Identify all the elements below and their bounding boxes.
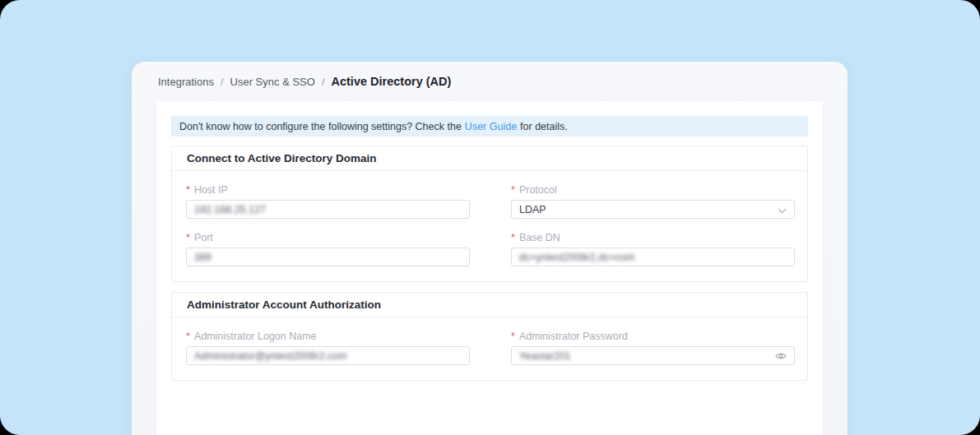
required-asterisk: * bbox=[511, 184, 515, 197]
screen-background: Integrations / User Sync & SSO / Active … bbox=[0, 0, 980, 435]
fields-grid: * Administrator Logon Name Administrator… bbox=[172, 317, 807, 380]
field-label-text: Port bbox=[194, 232, 213, 244]
admin-password-value: Yeastar201 bbox=[519, 350, 770, 362]
field-base-dn: * Base DN dc=yntest2008r2,dc=com bbox=[511, 232, 795, 266]
protocol-selected-value: LDAP bbox=[519, 204, 773, 215]
field-host-ip: * Host IP 192.168.25.127 bbox=[186, 184, 470, 219]
base-dn-input[interactable]: dc=yntest2008r2,dc=com bbox=[511, 248, 795, 266]
breadcrumb: Integrations / User Sync & SSO / Active … bbox=[158, 72, 451, 90]
field-label: * Administrator Logon Name bbox=[186, 331, 470, 343]
field-label-text: Protocol bbox=[519, 184, 557, 197]
field-label-text: Administrator Logon Name bbox=[194, 331, 317, 343]
chevron-down-icon bbox=[778, 202, 787, 217]
field-label: * Protocol bbox=[511, 184, 795, 197]
content-card: Integrations / User Sync & SSO / Active … bbox=[132, 62, 848, 435]
admin-logon-name-input[interactable]: Administrator@yntest2008r2.com bbox=[186, 346, 470, 365]
section-title: Connect to Active Directory Domain bbox=[172, 146, 807, 171]
admin-password-input[interactable]: Yeastar201 bbox=[511, 346, 795, 365]
breadcrumb-separator: / bbox=[322, 76, 325, 88]
field-protocol: * Protocol LDAP bbox=[511, 184, 795, 219]
info-banner-text: Don't know how to configure the followin… bbox=[179, 121, 462, 132]
section-title: Administrator Account Authorization bbox=[172, 293, 807, 317]
required-asterisk: * bbox=[186, 184, 190, 197]
field-admin-password: * Administrator Password Yeastar201 bbox=[511, 331, 795, 365]
required-asterisk: * bbox=[511, 232, 515, 244]
section-connect-ad-domain: Connect to Active Directory Domain * Hos… bbox=[171, 146, 808, 282]
port-value: 389 bbox=[194, 252, 462, 263]
field-label: * Base DN bbox=[511, 232, 795, 244]
field-label: * Port bbox=[186, 232, 470, 244]
host-ip-input[interactable]: 192.168.25.127 bbox=[186, 200, 470, 219]
breadcrumb-item-integrations[interactable]: Integrations bbox=[158, 76, 214, 88]
section-admin-authorization: Administrator Account Authorization * Ad… bbox=[171, 292, 808, 381]
field-label: * Host IP bbox=[186, 184, 470, 197]
breadcrumb-item-user-sync-sso[interactable]: User Sync & SSO bbox=[230, 76, 315, 88]
required-asterisk: * bbox=[511, 331, 515, 343]
field-label-text: Administrator Password bbox=[519, 331, 628, 343]
admin-logon-name-value: Administrator@yntest2008r2.com bbox=[194, 350, 462, 362]
required-asterisk: * bbox=[186, 331, 190, 343]
info-banner-text: for details. bbox=[520, 121, 568, 132]
field-port: * Port 389 bbox=[186, 232, 470, 266]
breadcrumb-current-page-title: Active Directory (AD) bbox=[332, 75, 452, 88]
field-label: * Administrator Password bbox=[511, 331, 795, 343]
protocol-select[interactable]: LDAP bbox=[511, 200, 795, 219]
breadcrumb-separator: / bbox=[221, 76, 224, 88]
fields-grid: * Host IP 192.168.25.127 * Protocol bbox=[172, 171, 807, 281]
port-input[interactable]: 389 bbox=[186, 248, 470, 266]
main-panel: Don't know how to configure the followin… bbox=[156, 101, 823, 435]
eye-icon[interactable] bbox=[775, 352, 787, 360]
field-label-text: Host IP bbox=[194, 184, 228, 197]
base-dn-value: dc=yntest2008r2,dc=com bbox=[519, 252, 787, 263]
info-banner: Don't know how to configure the followin… bbox=[171, 116, 808, 137]
required-asterisk: * bbox=[186, 232, 190, 244]
user-guide-link[interactable]: User Guide bbox=[465, 121, 517, 132]
field-admin-logon-name: * Administrator Logon Name Administrator… bbox=[186, 331, 470, 365]
field-label-text: Base DN bbox=[519, 232, 560, 244]
host-ip-value: 192.168.25.127 bbox=[194, 204, 462, 215]
